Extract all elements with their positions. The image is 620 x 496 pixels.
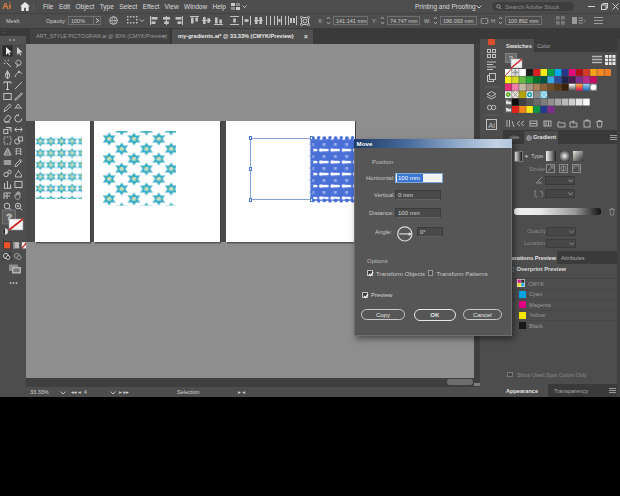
svg-text:Ai: Ai [488,121,495,130]
